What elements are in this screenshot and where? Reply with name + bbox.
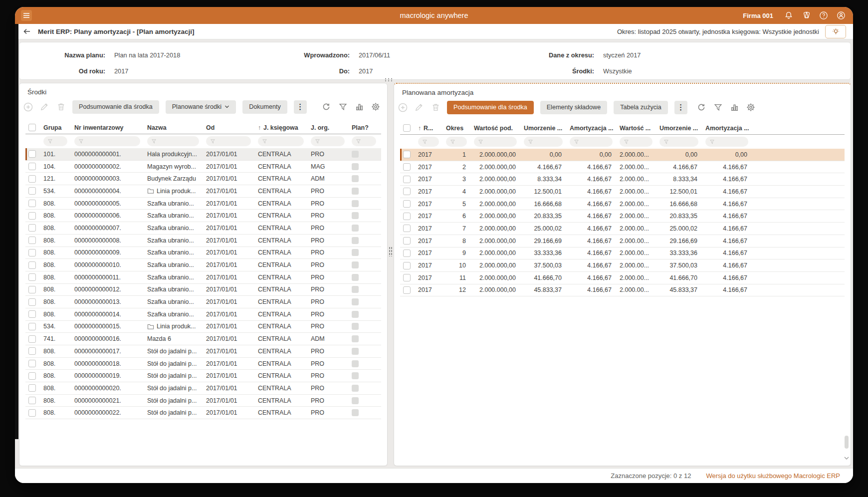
- table-row[interactable]: 121.0000000000003.Budynek Zarządu2017/01…: [25, 173, 381, 185]
- column-filter-input[interactable]: [74, 136, 140, 146]
- row-checkbox[interactable]: [25, 187, 42, 195]
- table-row[interactable]: 808.0000000000013.Szafka ubranio...2017/…: [25, 296, 381, 308]
- table-row[interactable]: 808.0000000000011.Szafka ubranio...2017/…: [25, 271, 381, 284]
- edit-button[interactable]: [39, 102, 49, 112]
- refresh-icon[interactable]: [321, 102, 331, 112]
- row-checkbox[interactable]: [25, 273, 42, 281]
- scroll-down-icon[interactable]: [843, 455, 850, 462]
- refresh-icon[interactable]: [696, 102, 706, 112]
- table-row[interactable]: 808.0000000000022.Stół do jadalni p...20…: [25, 407, 381, 419]
- row-checkbox[interactable]: [25, 409, 42, 417]
- column-filter-input[interactable]: [659, 137, 698, 147]
- filter-icon[interactable]: [338, 102, 348, 112]
- cards-fan-icon[interactable]: [801, 10, 811, 20]
- table-row[interactable]: 808.0000000000010.Szafka ubranio...2017/…: [25, 259, 381, 271]
- table-row[interactable]: 808.0000000000008.Szafka ubranio...2017/…: [25, 235, 381, 247]
- edit-button[interactable]: [414, 102, 424, 112]
- row-checkbox[interactable]: [25, 347, 42, 355]
- column-header-r[interactable]: ↑R...: [417, 125, 445, 132]
- column-filter-input[interactable]: [147, 136, 199, 146]
- column-filter-input[interactable]: [474, 137, 517, 147]
- podsumowanie-dla-srodka-button[interactable]: Podsumowanie dla środka: [72, 100, 159, 114]
- select-all-checkbox[interactable]: [400, 124, 417, 132]
- row-checkbox[interactable]: [400, 249, 417, 257]
- table-row[interactable]: 2017122.000.000,0045.833,374.166,672.000…: [400, 284, 845, 297]
- row-checkbox[interactable]: [400, 274, 417, 281]
- row-checkbox[interactable]: [400, 237, 417, 245]
- column-header-amortyzacja[interactable]: Amortyzacja ...: [569, 125, 619, 132]
- column-header-plan[interactable]: Plan?: [351, 124, 382, 131]
- column-header-warto-pod[interactable]: Wartość pod.: [473, 125, 523, 132]
- table-row[interactable]: 201792.000.000,0033.333,364.166,672.000.…: [400, 248, 845, 260]
- table-row[interactable]: 808.0000000000014.Szafka ubranio...2017/…: [25, 308, 381, 321]
- column-header-nr-inwentarzowy[interactable]: Nr inwentarzowy: [73, 124, 146, 131]
- row-checkbox[interactable]: [400, 200, 417, 208]
- row-checkbox[interactable]: [25, 150, 42, 158]
- row-checkbox[interactable]: [25, 372, 42, 380]
- column-filter-input[interactable]: [418, 137, 439, 147]
- row-checkbox[interactable]: [25, 163, 42, 170]
- table-row[interactable]: 808.0000000000009.Szafka ubranio...2017/…: [25, 247, 381, 259]
- column-filter-input[interactable]: [258, 136, 304, 146]
- planowane-srodki-dropdown[interactable]: Planowane środki: [166, 100, 236, 114]
- row-checkbox[interactable]: [400, 225, 417, 232]
- column-header-amortyzacja[interactable]: Amortyzacja ...: [704, 125, 754, 132]
- row-checkbox[interactable]: [25, 224, 42, 232]
- dokumenty-button[interactable]: Dokumenty: [242, 100, 287, 114]
- table-row[interactable]: 201722.000.000,004.166,674.166,672.000.0…: [400, 161, 845, 174]
- column-header-warto[interactable]: Wartość ...: [619, 125, 658, 132]
- row-checkbox[interactable]: [25, 249, 42, 256]
- table-row[interactable]: 808.0000000000006.Szafka ubranio...2017/…: [25, 210, 381, 222]
- scrollbar-thumb[interactable]: [845, 436, 849, 449]
- column-filter-input[interactable]: [446, 137, 467, 147]
- user-account-icon[interactable]: [836, 10, 846, 20]
- notifications-bell-icon[interactable]: [784, 10, 794, 20]
- column-filter-input[interactable]: [705, 137, 748, 147]
- table-row[interactable]: 2017112.000.000,0041.666,704.166,672.000…: [400, 272, 845, 284]
- hints-toggle-button[interactable]: [825, 25, 846, 38]
- row-checkbox[interactable]: [25, 286, 42, 293]
- table-row[interactable]: 808.0000000000021.Stół do jadalni p...20…: [25, 395, 381, 407]
- column-filter-input[interactable]: [352, 136, 376, 146]
- table-row[interactable]: 201752.000.000,0016.666,684.166,672.000.…: [400, 198, 845, 211]
- column-filter-input[interactable]: [524, 137, 563, 147]
- row-checkbox[interactable]: [25, 310, 42, 318]
- table-row[interactable]: 201772.000.000,0025.000,024.166,672.000.…: [400, 223, 845, 235]
- row-checkbox[interactable]: [400, 151, 417, 158]
- table-row[interactable]: 101.0000000000001.Hala produkcyjn...2017…: [25, 148, 381, 161]
- row-checkbox[interactable]: [400, 163, 417, 171]
- table-row[interactable]: 201732.000.000,008.333,344.166,672.000.0…: [400, 173, 845, 186]
- company-badge[interactable]: Firma 001: [743, 12, 773, 19]
- row-checkbox[interactable]: [400, 213, 417, 220]
- row-checkbox[interactable]: [25, 237, 42, 244]
- more-actions-button[interactable]: ⋮: [674, 101, 687, 114]
- column-filter-input[interactable]: [311, 136, 345, 146]
- select-all-checkbox[interactable]: [25, 124, 42, 131]
- horizontal-splitter-handle[interactable]: [384, 78, 394, 82]
- table-row[interactable]: 104.0000000000002.Magazyn wyrob...2017/0…: [25, 161, 381, 173]
- table-row[interactable]: 808.0000000000017.Stół do jadalni p...20…: [25, 345, 381, 358]
- table-row[interactable]: 201762.000.000,0020.833,354.166,672.000.…: [400, 210, 845, 223]
- table-row[interactable]: 808.0000000000012.Szafka ubranio...2017/…: [25, 284, 381, 296]
- delete-button[interactable]: [431, 102, 440, 112]
- add-button[interactable]: [23, 102, 33, 112]
- filter-icon[interactable]: [713, 102, 723, 112]
- column-header-grupa[interactable]: Grupa: [42, 124, 73, 131]
- table-row[interactable]: 808.0000000000020.Stół do jadalni p...20…: [25, 382, 381, 395]
- table-row[interactable]: 808.0000000000018.Stół do jadalni p...20…: [25, 358, 381, 370]
- row-checkbox[interactable]: [25, 384, 42, 392]
- settings-gear-icon[interactable]: [371, 102, 381, 112]
- add-button[interactable]: [398, 102, 408, 112]
- more-actions-button[interactable]: ⋮: [294, 100, 307, 114]
- row-checkbox[interactable]: [400, 286, 417, 294]
- podsumowanie-dla-srodka-button[interactable]: Podsumowanie dla środka: [447, 101, 534, 114]
- column-filter-input[interactable]: [570, 137, 613, 147]
- row-checkbox[interactable]: [400, 176, 417, 183]
- row-checkbox[interactable]: [25, 335, 42, 343]
- column-header-j-ksi-gowa[interactable]: ↑J. księgowa: [257, 124, 310, 131]
- column-filter-input[interactable]: [43, 136, 67, 146]
- table-row[interactable]: 2017102.000.000,0037.500,034.166,672.000…: [400, 259, 845, 272]
- chart-icon[interactable]: [729, 102, 739, 112]
- row-checkbox[interactable]: [25, 261, 42, 269]
- column-header-od[interactable]: Od: [205, 124, 257, 131]
